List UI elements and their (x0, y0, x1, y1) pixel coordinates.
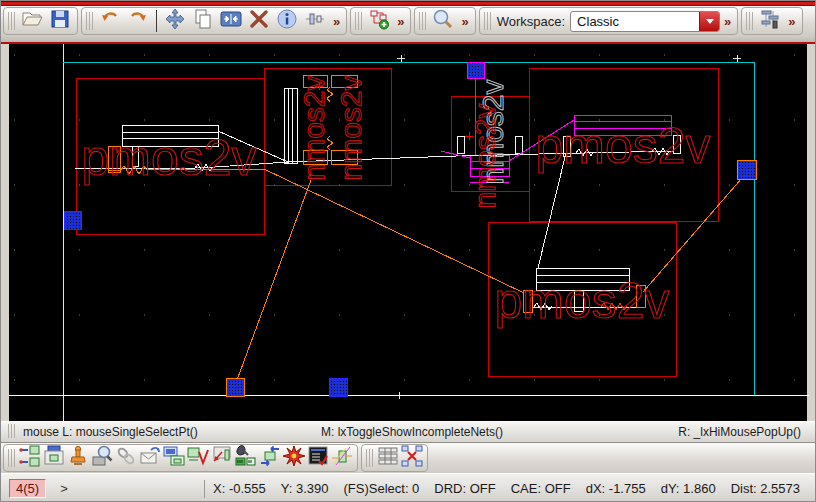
canvas-area: pmos2v pmos2v pmos2v nmos2v nmos2v nmos2… (1, 44, 815, 421)
eval-keys-button[interactable] (234, 445, 258, 471)
send-button[interactable] (138, 445, 162, 471)
workspace-dropdown-arrow[interactable] (699, 12, 719, 31)
workspace-label: Workspace: (497, 14, 565, 29)
properties-button[interactable] (301, 8, 329, 34)
add-net-button[interactable] (365, 8, 393, 34)
array-button[interactable] (376, 445, 400, 471)
toolbar-grip[interactable] (8, 424, 15, 438)
redo-icon (126, 7, 150, 35)
chevron-down-icon (706, 19, 714, 24)
contact-white-2 (515, 136, 522, 153)
status-separator (204, 480, 205, 498)
wire-orange-diag-c[interactable] (237, 180, 311, 380)
toolbar-grip[interactable] (419, 12, 426, 30)
overflow-chevron[interactable]: » (784, 14, 798, 29)
verify-toolbar-group (3, 444, 358, 472)
via-blue-left[interactable] (64, 211, 81, 229)
place-view-icon (42, 444, 66, 472)
stamp-button[interactable] (66, 445, 90, 471)
open-button[interactable] (18, 8, 46, 34)
delete-button[interactable] (245, 8, 273, 34)
via-orange-right[interactable] (737, 160, 756, 179)
links-button[interactable] (114, 445, 138, 471)
open-folder-icon (20, 7, 44, 35)
layout-canvas[interactable]: pmos2v pmos2v pmos2v nmos2v nmos2v nmos2… (9, 44, 809, 421)
add-net-icon (367, 7, 391, 35)
views-icon (162, 444, 186, 472)
toolbar-grip[interactable] (484, 12, 491, 30)
overflow-chevron[interactable]: » (457, 14, 471, 29)
save-icon (48, 7, 72, 35)
label-pmos-left: pmos2v (81, 130, 256, 186)
fit-view-button[interactable] (217, 8, 245, 34)
label-nmos-right-red: nmos2v (468, 103, 501, 208)
grid-dots (14, 55, 795, 380)
gate-stack-mid[interactable] (284, 88, 297, 163)
explode-button[interactable] (282, 445, 306, 471)
fit-view-icon (219, 7, 243, 35)
via-orange-bottom[interactable] (226, 378, 244, 396)
gate-stack-mid-lines (288, 88, 292, 163)
zoom-icon (431, 7, 455, 35)
check-list-button[interactable] (306, 445, 330, 471)
check-list-icon (306, 444, 330, 472)
overflow-chevron[interactable]: » (720, 14, 734, 29)
status-dist: Dist: 2.5573 (731, 481, 800, 496)
via-magenta-top[interactable] (467, 62, 484, 78)
check-v-button[interactable] (186, 445, 210, 471)
undo-button[interactable] (96, 8, 124, 34)
file-toolbar-group (3, 7, 78, 35)
swap-pins-icon (258, 444, 282, 472)
mouse-right-binding: R: _lxHiMousePopUp() (678, 425, 801, 439)
command-prompt[interactable]: > (60, 481, 68, 496)
overflow-chevron[interactable]: » (329, 14, 343, 29)
undo-icon (98, 7, 122, 35)
label-nmos-mid-2: nmos2v (334, 75, 367, 180)
toolbar-grip[interactable] (355, 12, 362, 30)
inspect-button[interactable] (90, 445, 114, 471)
via-blue-bottom[interactable] (329, 378, 347, 396)
hierarchy-icon (758, 7, 782, 35)
toolbar-grip[interactable] (8, 12, 15, 30)
label-pmos-right: pmos2v (535, 118, 710, 174)
mouse-middle-binding: M: lxToggleShowIncompleteNets() (321, 425, 503, 439)
toolbar-grip[interactable] (8, 449, 15, 467)
stamp-icon (66, 444, 90, 472)
wire-through-button[interactable] (330, 445, 354, 471)
copy-icon (191, 7, 215, 35)
zoom-button[interactable] (429, 8, 457, 34)
status-dy: dY: 1.860 (661, 481, 716, 496)
label-pmos-bottom: pmos2v (494, 273, 669, 329)
views-button[interactable] (162, 445, 186, 471)
frame-arrow-icon (210, 444, 234, 472)
copy-button[interactable] (189, 8, 217, 34)
send-envelope-icon (138, 444, 162, 472)
hierarchy-button[interactable] (756, 8, 784, 34)
toolbar-grip[interactable] (86, 12, 93, 30)
frame-arrow-button[interactable] (210, 445, 234, 471)
status-bar: 4(5) > X: -0.555 Y: 3.390 (FS)Select: 0 … (1, 473, 815, 502)
swap-pins-button[interactable] (258, 445, 282, 471)
toolbar-grip[interactable] (366, 449, 373, 467)
status-fields: X: -0.555 Y: 3.390 (FS)Select: 0 DRD: OF… (213, 481, 816, 496)
create-toolbar-group: » (350, 7, 411, 35)
mismatch-button[interactable] (400, 445, 424, 471)
boundary-cyan[interactable] (63, 62, 754, 395)
probe-nets-button[interactable] (18, 445, 42, 471)
redo-button[interactable] (124, 8, 152, 34)
place-view-button[interactable] (42, 445, 66, 471)
properties-icon (303, 7, 327, 35)
move-button[interactable] (161, 8, 189, 34)
status-drd: DRD: OFF (434, 481, 495, 496)
info-icon (275, 7, 299, 35)
info-button[interactable] (273, 8, 301, 34)
status-cae: CAE: OFF (511, 481, 571, 496)
wire-magenta-left[interactable] (441, 151, 470, 158)
toolbar-grip[interactable] (746, 12, 753, 30)
label-nmos-mid-1: nmos2v (297, 75, 330, 180)
workspace-select[interactable]: Classic (570, 11, 720, 32)
wire-through-icon (330, 444, 354, 472)
save-button[interactable] (46, 8, 74, 34)
workspace-selected-value: Classic (571, 14, 699, 29)
overflow-chevron[interactable]: » (393, 14, 407, 29)
